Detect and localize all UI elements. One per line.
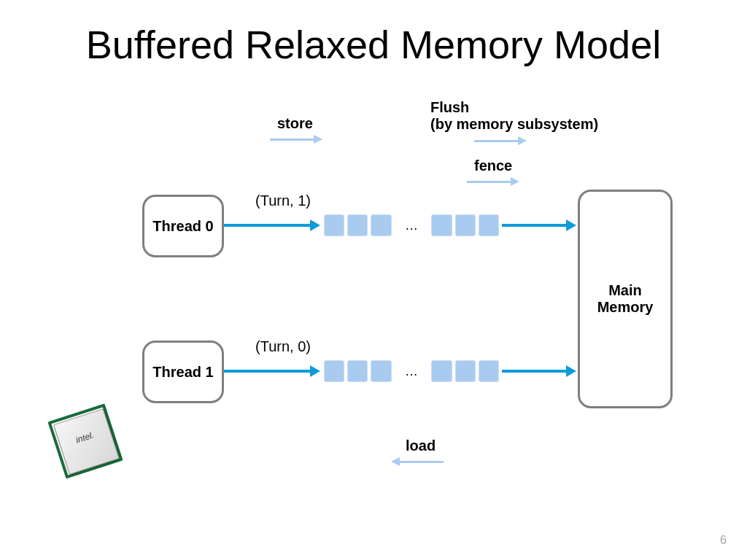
flush-arrow-icon	[474, 140, 518, 142]
buffer-cell	[479, 214, 499, 236]
fence-arrow-icon	[467, 181, 511, 183]
fence-label: fence	[474, 158, 512, 174]
flush-label: Flush (by memory subsystem)	[430, 99, 598, 133]
buffer-cell	[347, 360, 368, 382]
buffer1: …	[321, 358, 502, 384]
load-arrow-icon	[400, 461, 444, 463]
buffer-cell	[431, 214, 452, 236]
thread1-box: Thread 1	[142, 341, 224, 403]
buffer-ellipsis: …	[395, 364, 429, 379]
load-label: load	[406, 438, 436, 454]
arrow-thread0-to-buffer	[224, 224, 310, 227]
store-arrow-icon	[270, 139, 314, 141]
page-number: 6	[720, 534, 727, 547]
chip-brand-label: intel.	[59, 424, 111, 450]
thread0-label: Thread 0	[152, 218, 213, 235]
thread1-label: Thread 1	[152, 364, 213, 381]
buffer-cell	[371, 360, 391, 382]
main-memory-box: Main Memory	[578, 190, 673, 408]
arrow-buffer1-to-mem	[502, 370, 566, 373]
arrow-thread1-to-buffer	[224, 370, 310, 373]
buffer-cell	[455, 360, 476, 382]
thread0-box: Thread 0	[142, 195, 224, 257]
buffer-cell	[479, 360, 499, 382]
buffer-cell	[371, 214, 391, 236]
buffer-ellipsis: …	[395, 218, 429, 233]
arrow-buffer0-to-mem	[502, 224, 566, 227]
buffer-cell	[324, 214, 344, 236]
turn1-label: (Turn, 1)	[255, 192, 311, 209]
buffer-cell	[324, 360, 344, 382]
buffer-cell	[455, 214, 476, 236]
store-label: store	[277, 115, 313, 132]
main-memory-label: Main Memory	[597, 282, 654, 316]
turn0-label: (Turn, 0)	[255, 338, 311, 355]
cpu-chip-icon: intel.	[44, 400, 126, 482]
buffer-cell	[347, 214, 368, 236]
buffer0: …	[321, 212, 502, 238]
slide-title: Buffered Relaxed Memory Model	[0, 22, 747, 67]
buffer-cell	[431, 360, 452, 382]
